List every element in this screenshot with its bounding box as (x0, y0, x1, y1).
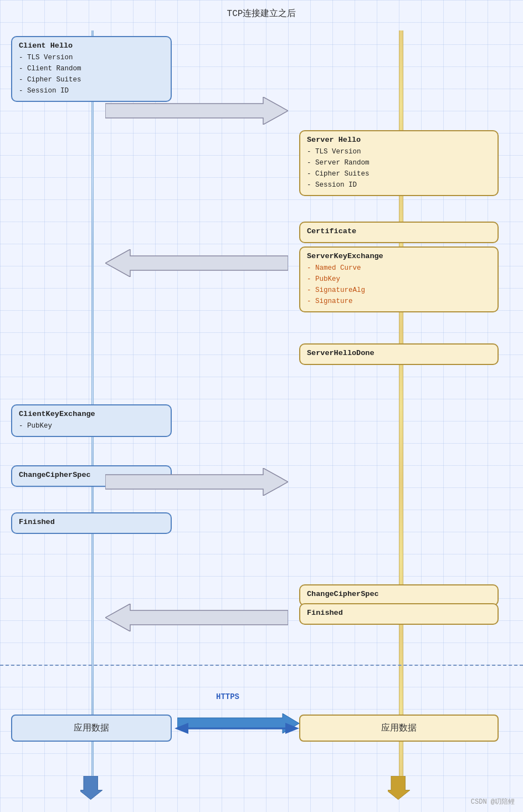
server-key-item-1: - Named Curve (307, 263, 491, 274)
arrow-cipher-to-server (105, 468, 288, 496)
server-hello-item-4: - Session ID (307, 179, 491, 191)
finished-server-title: Finished (307, 609, 491, 617)
https-double-arrow (175, 715, 299, 742)
arrow-server-cipher-to-client (105, 604, 288, 631)
change-cipher-spec-server-title: ChangeCipherSpec (307, 590, 491, 598)
server-hello-item-1: - TLS Version (307, 146, 491, 157)
server-hello-box: Server Hello - TLS Version - Server Rand… (299, 130, 499, 196)
app-data-server-label: 应用数据 (381, 723, 417, 733)
down-arrow-client (80, 776, 102, 801)
server-key-item-4: - Signature (307, 296, 491, 307)
server-key-exchange-title: ServerKeyExchange (307, 252, 491, 260)
client-key-item-1: - PubKey (19, 420, 164, 431)
server-hello-item-2: - Server Random (307, 157, 491, 168)
server-hello-item-3: - Cipher Suites (307, 168, 491, 179)
arrow-server-to-client (105, 249, 288, 277)
tcp-label: TCP连接建立之后 (227, 8, 296, 19)
client-hello-item-2: - Client Random (19, 63, 164, 74)
down-arrow-server (388, 776, 410, 801)
separator-line (0, 665, 523, 666)
client-key-exchange-box: ClientKeyExchange - PubKey (11, 404, 172, 437)
server-key-item-3: - SignatureAlg (307, 285, 491, 296)
client-key-exchange-title: ClientKeyExchange (19, 410, 164, 418)
client-hello-item-3: - Cipher Suites (19, 74, 164, 85)
svg-marker-1 (105, 249, 288, 277)
client-hello-title: Client Hello (19, 42, 164, 50)
svg-marker-10 (388, 776, 410, 800)
arrow-client-hello (105, 97, 288, 125)
svg-marker-9 (80, 776, 102, 800)
server-hello-done-title: ServerHelloDone (307, 349, 491, 357)
server-key-exchange-box: ServerKeyExchange - Named Curve - PubKey… (299, 246, 499, 312)
svg-marker-3 (105, 604, 288, 631)
svg-marker-0 (105, 97, 288, 125)
client-hello-item-4: - Session ID (19, 85, 164, 96)
certificate-box: Certificate (299, 222, 499, 243)
watermark: CSDN @叨陪鲤 (471, 797, 515, 806)
server-key-item-2: - PubKey (307, 274, 491, 285)
svg-marker-8 (175, 723, 188, 734)
svg-marker-2 (105, 468, 288, 496)
svg-marker-7 (285, 723, 299, 734)
certificate-title: Certificate (307, 227, 491, 235)
finished-client-box: Finished (11, 512, 172, 534)
app-data-server-box: 应用数据 (299, 715, 499, 742)
app-data-client-box: 应用数据 (11, 715, 172, 742)
app-data-client-label: 应用数据 (74, 723, 109, 733)
diagram-container: TCP连接建立之后 Client Hello - TLS Version - C… (0, 0, 523, 812)
client-hello-box: Client Hello - TLS Version - Client Rand… (11, 36, 172, 102)
client-hello-item-1: - TLS Version (19, 52, 164, 63)
finished-server-box: Finished (299, 603, 499, 625)
server-hello-done-box: ServerHelloDone (299, 343, 499, 365)
finished-client-title: Finished (19, 518, 164, 526)
https-label: HTTPS (216, 692, 239, 701)
server-hello-title: Server Hello (307, 136, 491, 144)
